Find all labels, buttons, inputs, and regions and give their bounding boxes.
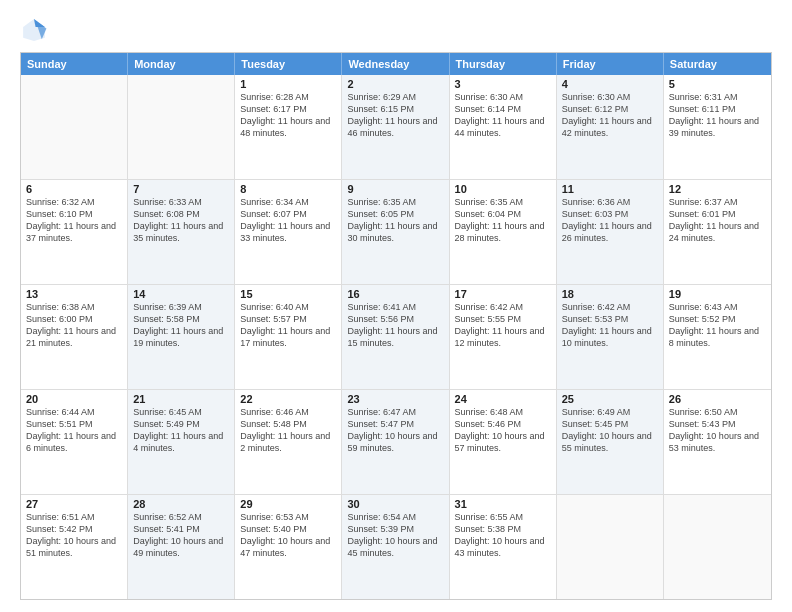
day-number: 29	[240, 498, 336, 510]
calendar-body: 1Sunrise: 6:28 AM Sunset: 6:17 PM Daylig…	[21, 75, 771, 599]
header-day-sunday: Sunday	[21, 53, 128, 75]
day-number: 26	[669, 393, 766, 405]
logo	[20, 16, 52, 44]
day-info: Sunrise: 6:37 AM Sunset: 6:01 PM Dayligh…	[669, 196, 766, 245]
day-cell-14: 14Sunrise: 6:39 AM Sunset: 5:58 PM Dayli…	[128, 285, 235, 389]
day-number: 1	[240, 78, 336, 90]
day-info: Sunrise: 6:43 AM Sunset: 5:52 PM Dayligh…	[669, 301, 766, 350]
day-info: Sunrise: 6:31 AM Sunset: 6:11 PM Dayligh…	[669, 91, 766, 140]
day-cell-11: 11Sunrise: 6:36 AM Sunset: 6:03 PM Dayli…	[557, 180, 664, 284]
day-cell-17: 17Sunrise: 6:42 AM Sunset: 5:55 PM Dayli…	[450, 285, 557, 389]
day-cell-9: 9Sunrise: 6:35 AM Sunset: 6:05 PM Daylig…	[342, 180, 449, 284]
day-info: Sunrise: 6:46 AM Sunset: 5:48 PM Dayligh…	[240, 406, 336, 455]
day-cell-26: 26Sunrise: 6:50 AM Sunset: 5:43 PM Dayli…	[664, 390, 771, 494]
day-number: 5	[669, 78, 766, 90]
day-info: Sunrise: 6:36 AM Sunset: 6:03 PM Dayligh…	[562, 196, 658, 245]
day-number: 23	[347, 393, 443, 405]
day-number: 20	[26, 393, 122, 405]
day-cell-27: 27Sunrise: 6:51 AM Sunset: 5:42 PM Dayli…	[21, 495, 128, 599]
day-cell-15: 15Sunrise: 6:40 AM Sunset: 5:57 PM Dayli…	[235, 285, 342, 389]
empty-cell	[664, 495, 771, 599]
day-cell-19: 19Sunrise: 6:43 AM Sunset: 5:52 PM Dayli…	[664, 285, 771, 389]
day-info: Sunrise: 6:38 AM Sunset: 6:00 PM Dayligh…	[26, 301, 122, 350]
logo-icon	[20, 16, 48, 44]
day-info: Sunrise: 6:39 AM Sunset: 5:58 PM Dayligh…	[133, 301, 229, 350]
day-cell-6: 6Sunrise: 6:32 AM Sunset: 6:10 PM Daylig…	[21, 180, 128, 284]
day-info: Sunrise: 6:40 AM Sunset: 5:57 PM Dayligh…	[240, 301, 336, 350]
day-info: Sunrise: 6:49 AM Sunset: 5:45 PM Dayligh…	[562, 406, 658, 455]
day-number: 22	[240, 393, 336, 405]
day-number: 4	[562, 78, 658, 90]
day-cell-5: 5Sunrise: 6:31 AM Sunset: 6:11 PM Daylig…	[664, 75, 771, 179]
day-info: Sunrise: 6:29 AM Sunset: 6:15 PM Dayligh…	[347, 91, 443, 140]
day-cell-18: 18Sunrise: 6:42 AM Sunset: 5:53 PM Dayli…	[557, 285, 664, 389]
day-number: 7	[133, 183, 229, 195]
empty-cell	[128, 75, 235, 179]
header-day-wednesday: Wednesday	[342, 53, 449, 75]
day-info: Sunrise: 6:53 AM Sunset: 5:40 PM Dayligh…	[240, 511, 336, 560]
calendar-row-3: 13Sunrise: 6:38 AM Sunset: 6:00 PM Dayli…	[21, 284, 771, 389]
day-cell-3: 3Sunrise: 6:30 AM Sunset: 6:14 PM Daylig…	[450, 75, 557, 179]
empty-cell	[557, 495, 664, 599]
day-number: 12	[669, 183, 766, 195]
day-number: 17	[455, 288, 551, 300]
day-cell-23: 23Sunrise: 6:47 AM Sunset: 5:47 PM Dayli…	[342, 390, 449, 494]
header-day-monday: Monday	[128, 53, 235, 75]
calendar-row-4: 20Sunrise: 6:44 AM Sunset: 5:51 PM Dayli…	[21, 389, 771, 494]
day-cell-10: 10Sunrise: 6:35 AM Sunset: 6:04 PM Dayli…	[450, 180, 557, 284]
day-number: 11	[562, 183, 658, 195]
calendar-row-2: 6Sunrise: 6:32 AM Sunset: 6:10 PM Daylig…	[21, 179, 771, 284]
day-number: 31	[455, 498, 551, 510]
day-cell-25: 25Sunrise: 6:49 AM Sunset: 5:45 PM Dayli…	[557, 390, 664, 494]
header-day-saturday: Saturday	[664, 53, 771, 75]
day-cell-31: 31Sunrise: 6:55 AM Sunset: 5:38 PM Dayli…	[450, 495, 557, 599]
day-cell-20: 20Sunrise: 6:44 AM Sunset: 5:51 PM Dayli…	[21, 390, 128, 494]
day-info: Sunrise: 6:47 AM Sunset: 5:47 PM Dayligh…	[347, 406, 443, 455]
day-info: Sunrise: 6:45 AM Sunset: 5:49 PM Dayligh…	[133, 406, 229, 455]
day-number: 3	[455, 78, 551, 90]
day-number: 2	[347, 78, 443, 90]
day-info: Sunrise: 6:35 AM Sunset: 6:04 PM Dayligh…	[455, 196, 551, 245]
day-number: 27	[26, 498, 122, 510]
calendar-header: SundayMondayTuesdayWednesdayThursdayFrid…	[21, 53, 771, 75]
day-number: 30	[347, 498, 443, 510]
day-number: 13	[26, 288, 122, 300]
day-number: 10	[455, 183, 551, 195]
day-cell-21: 21Sunrise: 6:45 AM Sunset: 5:49 PM Dayli…	[128, 390, 235, 494]
day-cell-2: 2Sunrise: 6:29 AM Sunset: 6:15 PM Daylig…	[342, 75, 449, 179]
day-number: 9	[347, 183, 443, 195]
day-number: 19	[669, 288, 766, 300]
day-cell-1: 1Sunrise: 6:28 AM Sunset: 6:17 PM Daylig…	[235, 75, 342, 179]
day-number: 21	[133, 393, 229, 405]
day-info: Sunrise: 6:42 AM Sunset: 5:55 PM Dayligh…	[455, 301, 551, 350]
day-info: Sunrise: 6:48 AM Sunset: 5:46 PM Dayligh…	[455, 406, 551, 455]
day-cell-13: 13Sunrise: 6:38 AM Sunset: 6:00 PM Dayli…	[21, 285, 128, 389]
day-number: 6	[26, 183, 122, 195]
day-cell-29: 29Sunrise: 6:53 AM Sunset: 5:40 PM Dayli…	[235, 495, 342, 599]
day-cell-16: 16Sunrise: 6:41 AM Sunset: 5:56 PM Dayli…	[342, 285, 449, 389]
day-cell-22: 22Sunrise: 6:46 AM Sunset: 5:48 PM Dayli…	[235, 390, 342, 494]
day-number: 14	[133, 288, 229, 300]
calendar-row-1: 1Sunrise: 6:28 AM Sunset: 6:17 PM Daylig…	[21, 75, 771, 179]
svg-marker-2	[34, 19, 45, 27]
day-info: Sunrise: 6:44 AM Sunset: 5:51 PM Dayligh…	[26, 406, 122, 455]
day-number: 28	[133, 498, 229, 510]
day-info: Sunrise: 6:42 AM Sunset: 5:53 PM Dayligh…	[562, 301, 658, 350]
day-info: Sunrise: 6:30 AM Sunset: 6:12 PM Dayligh…	[562, 91, 658, 140]
day-info: Sunrise: 6:50 AM Sunset: 5:43 PM Dayligh…	[669, 406, 766, 455]
day-cell-12: 12Sunrise: 6:37 AM Sunset: 6:01 PM Dayli…	[664, 180, 771, 284]
header-day-friday: Friday	[557, 53, 664, 75]
day-info: Sunrise: 6:52 AM Sunset: 5:41 PM Dayligh…	[133, 511, 229, 560]
day-info: Sunrise: 6:55 AM Sunset: 5:38 PM Dayligh…	[455, 511, 551, 560]
day-cell-28: 28Sunrise: 6:52 AM Sunset: 5:41 PM Dayli…	[128, 495, 235, 599]
day-number: 25	[562, 393, 658, 405]
day-cell-7: 7Sunrise: 6:33 AM Sunset: 6:08 PM Daylig…	[128, 180, 235, 284]
calendar-row-5: 27Sunrise: 6:51 AM Sunset: 5:42 PM Dayli…	[21, 494, 771, 599]
day-number: 16	[347, 288, 443, 300]
day-info: Sunrise: 6:34 AM Sunset: 6:07 PM Dayligh…	[240, 196, 336, 245]
day-number: 8	[240, 183, 336, 195]
header-day-thursday: Thursday	[450, 53, 557, 75]
day-info: Sunrise: 6:28 AM Sunset: 6:17 PM Dayligh…	[240, 91, 336, 140]
calendar: SundayMondayTuesdayWednesdayThursdayFrid…	[20, 52, 772, 600]
header	[20, 16, 772, 44]
